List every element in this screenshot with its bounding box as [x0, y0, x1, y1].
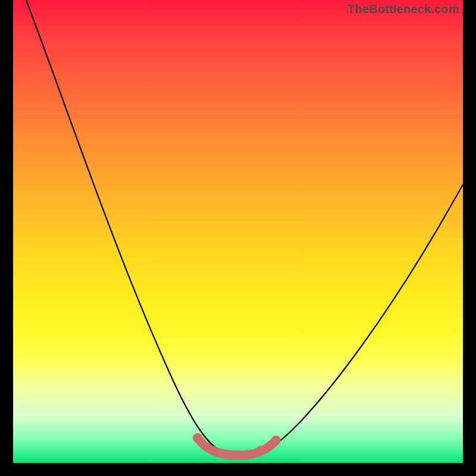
highlight-dot: [224, 450, 233, 459]
bottleneck-curve-svg: [13, 0, 463, 463]
highlight-dot: [193, 433, 202, 443]
highlight-dot: [209, 446, 217, 455]
highlight-dot: [256, 446, 265, 454]
highlight-band: [198, 438, 276, 455]
highlight-dot: [271, 436, 281, 445]
bottleneck-curve-line: [26, 0, 463, 455]
highlight-dot: [241, 450, 249, 459]
